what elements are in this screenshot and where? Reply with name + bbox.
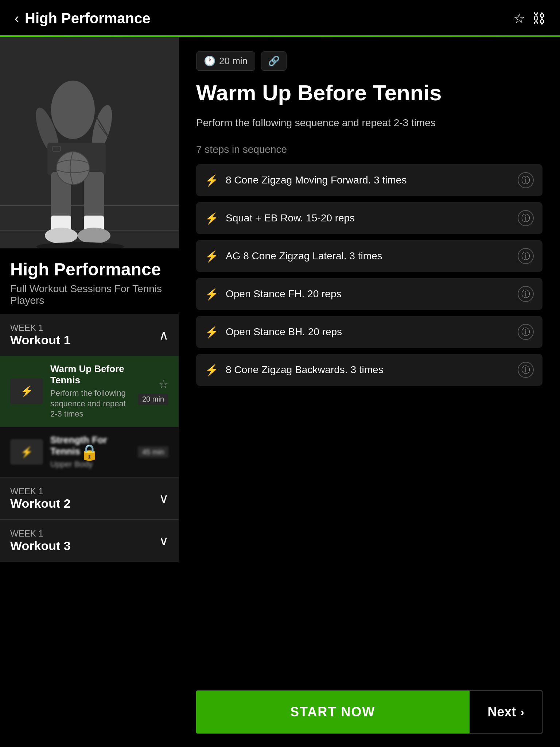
next-label: Next bbox=[487, 704, 516, 720]
step-6-text: 8 Cone Zigzag Backwards. 3 times bbox=[226, 363, 510, 376]
warm-up-right: ☆ 20 min bbox=[138, 378, 168, 405]
week1-label: WEEK 1 bbox=[10, 323, 71, 333]
steps-label: 7 steps in sequence bbox=[196, 144, 542, 155]
header-icons: ☆ ⛓ bbox=[513, 11, 545, 26]
warm-up-thumb: ⚡ bbox=[10, 379, 43, 404]
warm-up-info: Warm Up Before Tennis Perform the follow… bbox=[50, 363, 133, 419]
bolt-icon: ⚡ bbox=[20, 385, 33, 397]
step-item-6[interactable]: ⚡ 8 Cone Zigzag Backwards. 3 times ⓘ bbox=[196, 354, 542, 386]
workout-image bbox=[0, 37, 179, 248]
next-chevron-icon: › bbox=[520, 705, 524, 719]
week1-workout3-week-label: WEEK 1 bbox=[10, 529, 71, 539]
step-item-1[interactable]: ⚡ 8 Cone Zigzag Moving Forward. 3 times … bbox=[196, 164, 542, 196]
step-4-info-button[interactable]: ⓘ bbox=[518, 286, 534, 302]
week1-workout3-toggle[interactable]: ∨ bbox=[159, 533, 168, 549]
warm-up-title: Warm Up Before Tennis bbox=[50, 363, 133, 386]
warm-up-desc: Perform the following sequence and repea… bbox=[50, 388, 133, 419]
week1-workout1-toggle[interactable]: ∧ bbox=[159, 328, 168, 343]
step-list: ⚡ 8 Cone Zigzag Moving Forward. 3 times … bbox=[196, 164, 542, 679]
week-section-3: WEEK 1 Workout 3 ∨ bbox=[0, 519, 179, 562]
header: ‹ High Performance ☆ ⛓ bbox=[0, 0, 560, 35]
week1-workout1-header[interactable]: WEEK 1 Workout 1 ∧ bbox=[0, 314, 179, 356]
step-2-bolt-icon: ⚡ bbox=[205, 212, 218, 225]
step-4-bolt-icon: ⚡ bbox=[205, 288, 218, 301]
favorite-button[interactable]: ☆ bbox=[513, 11, 525, 26]
main-layout: High Performance Full Workout Sessions F… bbox=[0, 37, 560, 747]
link-badge[interactable]: 🔗 bbox=[261, 51, 287, 71]
program-title: High Performance bbox=[10, 259, 168, 279]
bottom-buttons: START NOW Next › bbox=[196, 690, 542, 747]
next-button[interactable]: Next › bbox=[469, 690, 542, 734]
program-info: High Performance Full Workout Sessions F… bbox=[0, 248, 179, 314]
week1-workout3-header[interactable]: WEEK 1 Workout 3 ∨ bbox=[0, 520, 179, 562]
step-item-5[interactable]: ⚡ Open Stance BH. 20 reps ⓘ bbox=[196, 316, 542, 348]
week1-workout2-header[interactable]: WEEK 1 Workout 2 ∨ bbox=[0, 477, 179, 519]
step-item-3[interactable]: ⚡ AG 8 Cone Zigzag Lateral. 3 times ⓘ bbox=[196, 240, 542, 272]
week1-workout1-name: Workout 1 bbox=[10, 333, 71, 347]
step-1-text: 8 Cone Zigzag Moving Forward. 3 times bbox=[226, 174, 510, 187]
warm-up-star-icon[interactable]: ☆ bbox=[159, 378, 168, 391]
week1-workout1-items: ⚡ Warm Up Before Tennis Perform the foll… bbox=[0, 356, 179, 477]
svg-point-13 bbox=[45, 228, 78, 244]
step-6-bolt-icon: ⚡ bbox=[205, 364, 218, 376]
step-5-text: Open Stance BH. 20 reps bbox=[226, 325, 510, 338]
share-button[interactable]: ⛓ bbox=[532, 11, 545, 26]
right-workout-title: Warm Up Before Tennis bbox=[196, 81, 542, 105]
program-subtitle: Full Workout Sessions For Tennis Players bbox=[10, 283, 168, 306]
step-1-info-button[interactable]: ⓘ bbox=[518, 172, 534, 188]
strength-duration: 45 min bbox=[138, 446, 168, 458]
step-item-4[interactable]: ⚡ Open Stance FH. 20 reps ⓘ bbox=[196, 278, 542, 310]
lock-icon: 🔒 bbox=[80, 443, 99, 461]
warm-up-item[interactable]: ⚡ Warm Up Before Tennis Perform the foll… bbox=[0, 356, 179, 427]
top-badges: 🕐 20 min 🔗 bbox=[196, 51, 542, 71]
workout-sections: WEEK 1 Workout 1 ∧ ⚡ Warm Up Before Tenn… bbox=[0, 314, 179, 747]
right-workout-desc: Perform the following sequence and repea… bbox=[196, 115, 542, 131]
step-5-bolt-icon: ⚡ bbox=[205, 326, 218, 338]
time-badge: 🕐 20 min bbox=[196, 51, 255, 71]
week1-workout1-label-group: WEEK 1 Workout 1 bbox=[10, 323, 71, 347]
week1-workout2-toggle[interactable]: ∨ bbox=[159, 491, 168, 506]
week1-workout2-name: Workout 2 bbox=[10, 496, 71, 511]
step-item-2[interactable]: ⚡ Squat + EB Row. 15-20 reps ⓘ bbox=[196, 202, 542, 234]
clock-icon: 🕐 bbox=[204, 55, 215, 67]
step-3-bolt-icon: ⚡ bbox=[205, 250, 218, 263]
step-5-info-button[interactable]: ⓘ bbox=[518, 324, 534, 340]
strength-item[interactable]: ⚡ Strength For Tennis Upper Body 45 min … bbox=[0, 427, 179, 477]
time-badge-text: 20 min bbox=[219, 55, 248, 67]
strength-bolt-icon: ⚡ bbox=[20, 446, 33, 458]
week-section-2: WEEK 1 Workout 2 ∨ bbox=[0, 477, 179, 519]
step-3-text: AG 8 Cone Zigzag Lateral. 3 times bbox=[226, 249, 510, 263]
back-icon[interactable]: ‹ bbox=[15, 11, 19, 26]
step-1-bolt-icon: ⚡ bbox=[205, 174, 218, 187]
week-section-1: WEEK 1 Workout 1 ∧ ⚡ Warm Up Before Tenn… bbox=[0, 314, 179, 477]
svg-point-14 bbox=[78, 228, 110, 244]
svg-rect-16 bbox=[52, 146, 61, 151]
left-panel: High Performance Full Workout Sessions F… bbox=[0, 37, 179, 747]
warm-up-duration: 20 min bbox=[138, 394, 168, 405]
start-now-button[interactable]: START NOW bbox=[196, 690, 469, 734]
step-3-info-button[interactable]: ⓘ bbox=[518, 248, 534, 264]
week1-workout3-label-group: WEEK 1 Workout 3 bbox=[10, 529, 71, 553]
step-6-info-button[interactable]: ⓘ bbox=[518, 362, 534, 378]
step-2-text: Squat + EB Row. 15-20 reps bbox=[226, 212, 510, 225]
step-4-text: Open Stance FH. 20 reps bbox=[226, 287, 510, 301]
svg-point-15 bbox=[57, 152, 89, 185]
strength-right: 45 min bbox=[138, 446, 168, 458]
strength-thumb: ⚡ bbox=[10, 439, 43, 465]
svg-point-3 bbox=[51, 81, 95, 139]
right-panel: 🕐 20 min 🔗 Warm Up Before Tennis Perform… bbox=[179, 37, 560, 747]
step-2-info-button[interactable]: ⓘ bbox=[518, 210, 534, 226]
week1-workout2-week-label: WEEK 1 bbox=[10, 486, 71, 496]
header-title: High Performance bbox=[25, 10, 151, 27]
workout-image-svg bbox=[0, 37, 179, 248]
week1-workout2-label-group: WEEK 1 Workout 2 bbox=[10, 486, 71, 511]
week1-workout3-name: Workout 3 bbox=[10, 539, 71, 553]
header-left: ‹ High Performance bbox=[15, 10, 151, 27]
